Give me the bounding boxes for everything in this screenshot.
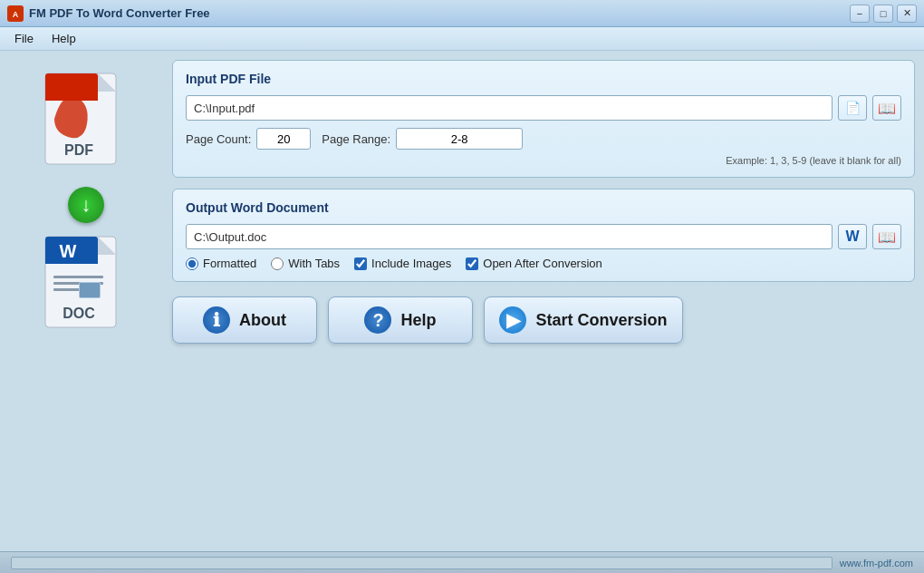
formatted-option[interactable]: Formatted — [186, 257, 256, 270]
close-button[interactable]: ✕ — [897, 5, 917, 23]
svg-text:PDF: PDF — [64, 142, 93, 158]
help-icon: ? — [364, 306, 391, 334]
help-button[interactable]: ? Help — [328, 296, 473, 344]
input-file-row: 📄 📖 — [186, 95, 901, 121]
title-bar: A FM PDF To Word Converter Free − □ ✕ — [0, 0, 924, 27]
browse-word-button[interactable]: W — [838, 224, 867, 249]
browse-pdf-button[interactable]: 📄 — [838, 95, 867, 121]
preview-word-button[interactable]: 📖 — [872, 224, 901, 249]
maximize-button[interactable]: □ — [873, 5, 893, 23]
input-section-title: Input PDF File — [186, 72, 901, 86]
formatted-radio[interactable] — [186, 257, 198, 270]
svg-rect-15 — [53, 276, 103, 278]
page-range-label: Page Range: — [322, 132, 390, 146]
formatted-label: Formatted — [203, 257, 256, 270]
page-info-row: Page Count: Page Range: — [186, 128, 901, 150]
with-tabs-radio[interactable] — [271, 257, 284, 270]
include-images-checkbox[interactable] — [354, 257, 367, 270]
menu-file[interactable]: File — [7, 30, 41, 47]
play-icon: ▶ — [499, 306, 526, 334]
menu-bar: File Help — [0, 27, 924, 51]
options-row: Formatted With Tabs Include Images Open … — [186, 257, 901, 270]
open-after-checkbox[interactable] — [466, 257, 478, 270]
website-url: www.fm-pdf.com — [840, 558, 913, 568]
svg-rect-19 — [80, 283, 100, 297]
pdf-file-icon: PDF — [41, 69, 131, 178]
preview-pdf-button[interactable]: 📖 — [872, 95, 901, 121]
start-label: Start Conversion — [535, 311, 667, 330]
book-icon: 📖 — [878, 100, 896, 117]
convert-arrow-icon: ↓ — [68, 187, 104, 223]
status-progress — [11, 557, 833, 569]
status-bar: www.fm-pdf.com — [0, 551, 924, 573]
main-content: PDF ↓ W — [0, 51, 924, 551]
input-file-path[interactable] — [186, 95, 833, 121]
info-icon: ℹ — [203, 306, 230, 334]
about-button[interactable]: ℹ About — [172, 296, 317, 344]
menu-help[interactable]: Help — [44, 30, 83, 47]
help-label: Help — [400, 311, 436, 330]
right-panel: Input PDF File 📄 📖 Page Count: Page Rang… — [172, 60, 915, 542]
doc-file-icon: W DOC — [41, 232, 131, 341]
output-section-title: Output Word Document — [186, 200, 901, 215]
window-controls: − □ ✕ — [850, 5, 917, 23]
page-range-input[interactable] — [396, 128, 523, 150]
include-images-option[interactable]: Include Images — [354, 257, 451, 270]
page-range-field: Page Range: — [322, 128, 523, 150]
open-after-option[interactable]: Open After Conversion — [466, 257, 602, 270]
page-range-example: Example: 1, 3, 5-9 (leave it blank for a… — [186, 155, 901, 166]
page-count-label: Page Count: — [186, 132, 251, 146]
left-panel: PDF ↓ W — [9, 60, 163, 542]
minimize-button[interactable]: − — [850, 5, 870, 23]
svg-text:W: W — [60, 241, 77, 261]
app-icon: A — [7, 5, 24, 22]
start-conversion-button[interactable]: ▶ Start Conversion — [484, 296, 683, 344]
with-tabs-option[interactable]: With Tabs — [271, 257, 340, 270]
with-tabs-label: With Tabs — [288, 257, 340, 270]
svg-text:DOC: DOC — [63, 306, 95, 321]
pdf-icon: 📄 — [845, 101, 861, 115]
input-section: Input PDF File 📄 📖 Page Count: Page Rang… — [172, 60, 915, 178]
open-after-label: Open After Conversion — [483, 257, 602, 270]
page-count-input[interactable] — [256, 128, 311, 150]
svg-text:A: A — [13, 10, 19, 19]
include-images-label: Include Images — [371, 257, 451, 270]
book2-icon: 📖 — [878, 228, 896, 246]
output-section: Output Word Document W 📖 Formatted With … — [172, 189, 915, 282]
buttons-row: ℹ About ? Help ▶ Start Conversion — [172, 296, 915, 344]
word-icon: W — [845, 228, 859, 245]
about-label: About — [239, 311, 286, 330]
page-count-field: Page Count: — [186, 128, 311, 150]
window-title: FM PDF To Word Converter Free — [29, 6, 210, 20]
output-file-row: W 📖 — [186, 224, 901, 249]
output-file-path[interactable] — [186, 224, 833, 249]
